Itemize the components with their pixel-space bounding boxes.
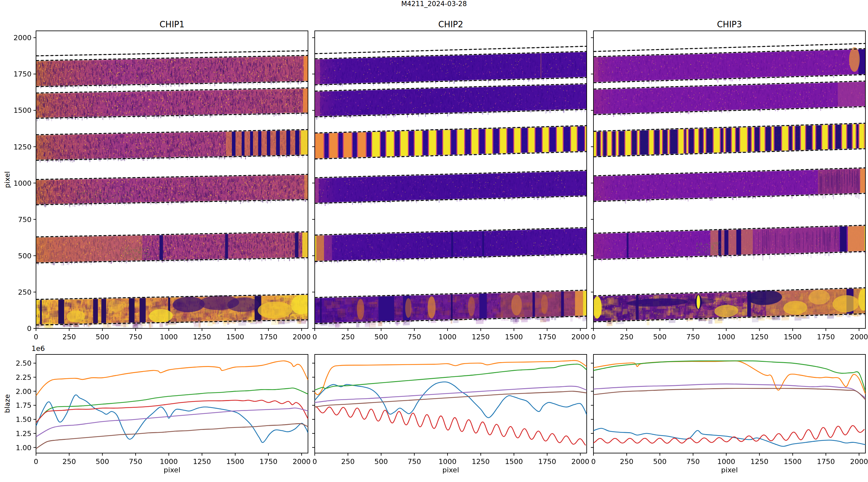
y-axis-label-top: pixel bbox=[3, 171, 11, 188]
blaze-curve-chip2-orange bbox=[315, 360, 587, 395]
tick-label: 1500 bbox=[505, 333, 523, 341]
tick-label: 0 bbox=[312, 333, 317, 341]
tick-label: 0 bbox=[591, 457, 596, 465]
tick-label: 0 bbox=[312, 457, 317, 465]
tick-label: 750 bbox=[408, 333, 421, 341]
tick-label: 1250 bbox=[193, 457, 211, 465]
tick-label: 250 bbox=[341, 333, 354, 341]
y-axis-label-bottom: blaze bbox=[3, 394, 11, 413]
tick-label: 500 bbox=[653, 457, 667, 465]
blaze-curve-chip1-blue bbox=[36, 395, 308, 443]
blaze-curve-chip3-orange bbox=[593, 361, 865, 394]
tick-label: 750 bbox=[686, 333, 700, 341]
tick-label: 1750 bbox=[259, 333, 277, 341]
tick-label: 1250 bbox=[750, 333, 768, 341]
tick-label: 1250 bbox=[13, 143, 31, 151]
tick-label: 1250 bbox=[472, 457, 490, 465]
tick-label: 500 bbox=[96, 333, 109, 341]
tick-label: 250 bbox=[18, 288, 31, 296]
tick-label: 250 bbox=[62, 333, 76, 341]
tick-label: 500 bbox=[374, 333, 388, 341]
tick-label: 500 bbox=[18, 252, 31, 260]
tick-label: 250 bbox=[341, 457, 354, 465]
tick-label: 1.00 bbox=[16, 444, 31, 452]
tick-label: 1250 bbox=[193, 333, 211, 341]
tick-label: 1.25 bbox=[16, 429, 31, 438]
blaze-curve-chip1-red bbox=[36, 400, 308, 423]
tick-label: 1750 bbox=[538, 457, 556, 465]
x-axis-label-chip2: pixel bbox=[315, 466, 587, 474]
tick-label: 750 bbox=[129, 333, 143, 341]
tick-label: 2000 bbox=[850, 333, 868, 341]
tick-label: 1000 bbox=[438, 333, 457, 341]
tick-label: 0 bbox=[591, 333, 596, 341]
figure: M4211_2024-03-28 CHIP1 CHIP2 CHIP3 pixel… bbox=[0, 0, 868, 482]
tick-label: 1750 bbox=[817, 333, 835, 341]
tick-label: 2000 bbox=[571, 457, 589, 465]
tick-label: 1500 bbox=[784, 333, 802, 341]
blaze-curve-chip3-red bbox=[593, 425, 865, 443]
blaze-curve-chip2-blue bbox=[315, 382, 587, 417]
tick-label: 1500 bbox=[13, 106, 31, 115]
tick-label: 2.50 bbox=[16, 359, 31, 367]
tick-label: 1500 bbox=[784, 457, 802, 465]
blaze-curve-chip2-purple bbox=[315, 386, 587, 403]
tick-label: 500 bbox=[653, 333, 667, 341]
tick-label: 1000 bbox=[717, 457, 735, 465]
tick-label: 750 bbox=[18, 216, 31, 224]
tick-label: 250 bbox=[62, 457, 76, 465]
blaze-curve-chip1-green bbox=[36, 388, 308, 423]
tick-label: 2.25 bbox=[16, 374, 31, 381]
tick-label: 1.75 bbox=[16, 401, 31, 409]
tick-label: 500 bbox=[96, 457, 109, 465]
blaze-curve-chip1-brown bbox=[36, 423, 308, 449]
tick-label: 0 bbox=[27, 325, 31, 332]
tick-label: 2.00 bbox=[16, 388, 31, 395]
chip1-title: CHIP1 bbox=[36, 20, 308, 29]
tick-label: 750 bbox=[408, 457, 421, 465]
tick-label: 1000 bbox=[717, 333, 735, 341]
tick-label: 250 bbox=[620, 333, 633, 341]
blaze-curve-chip1-purple bbox=[36, 408, 308, 437]
blaze-curve-chip3-green bbox=[593, 361, 865, 391]
blaze-curve-chip2-red bbox=[315, 407, 586, 445]
tick-label: 0 bbox=[34, 457, 38, 465]
tick-label: 1500 bbox=[505, 457, 523, 465]
tick-label: 1000 bbox=[13, 179, 31, 187]
blaze-curve-chip1-orange bbox=[36, 361, 308, 396]
tick-label: 1250 bbox=[750, 457, 768, 465]
blaze-curve-chip3-brown bbox=[593, 388, 865, 400]
tick-label: 1000 bbox=[160, 457, 178, 465]
y-offset-text: 1e6 bbox=[31, 345, 45, 353]
tick-label: 1500 bbox=[226, 333, 244, 341]
blaze-curve-chip3-blue bbox=[593, 428, 865, 446]
x-axis-label-chip1: pixel bbox=[36, 466, 308, 474]
chip2-orders-image bbox=[315, 31, 587, 328]
chip3-orders-image bbox=[593, 31, 865, 328]
blaze-curve-chip2-green bbox=[315, 364, 587, 390]
tick-label: 750 bbox=[129, 457, 143, 465]
tick-label: 2000 bbox=[13, 34, 31, 42]
chip2-title: CHIP2 bbox=[315, 20, 587, 29]
figure-title: M4211_2024-03-28 bbox=[0, 0, 868, 8]
tick-label: 2000 bbox=[850, 457, 868, 465]
tick-label: 1750 bbox=[538, 333, 556, 341]
tick-label: 1.50 bbox=[16, 416, 31, 423]
chip3-title: CHIP3 bbox=[593, 20, 865, 29]
blaze-curve-chip3-purple bbox=[593, 384, 865, 398]
tick-label: 1000 bbox=[160, 333, 178, 341]
tick-label: 2000 bbox=[571, 333, 589, 341]
tick-label: 250 bbox=[620, 457, 633, 465]
tick-label: 1000 bbox=[438, 457, 457, 465]
tick-label: 2000 bbox=[292, 457, 311, 465]
tick-label: 500 bbox=[374, 457, 388, 465]
x-axis-label-chip3: pixel bbox=[593, 466, 865, 474]
tick-label: 1500 bbox=[226, 457, 244, 465]
blaze-curve-chip2-brown bbox=[315, 391, 587, 407]
chip1-orders-image bbox=[36, 31, 308, 328]
tick-label: 750 bbox=[686, 457, 700, 465]
tick-label: 1750 bbox=[817, 457, 835, 465]
tick-label: 1250 bbox=[472, 333, 490, 341]
tick-label: 1750 bbox=[13, 70, 31, 78]
tick-label: 0 bbox=[34, 333, 38, 341]
